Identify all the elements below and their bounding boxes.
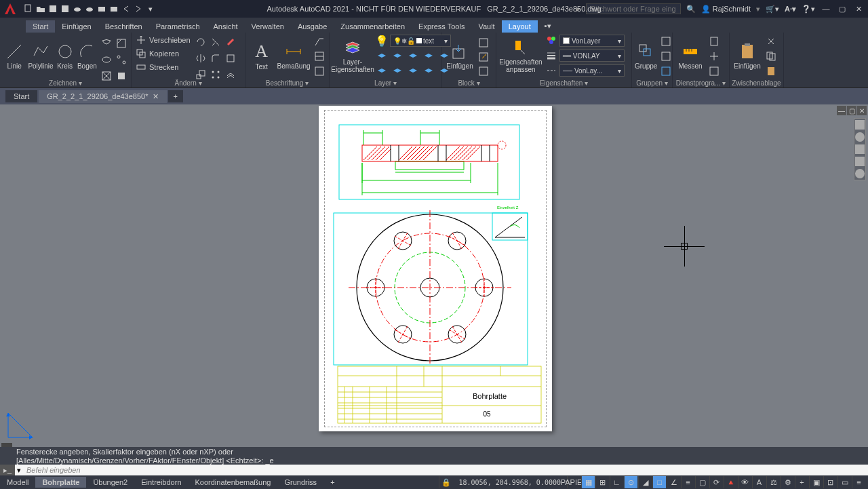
status-vpmax-icon[interactable]: ▣ (809, 476, 823, 488)
layout-bohrplatte[interactable]: Bohrplatte (35, 477, 86, 488)
tab-expresstools[interactable]: Express Tools (412, 20, 471, 33)
new-icon[interactable] (23, 3, 34, 14)
text-button[interactable]: AText (248, 34, 275, 77)
tab-beschriften[interactable]: Beschriften (98, 20, 149, 33)
saveas-icon[interactable] (60, 3, 71, 14)
ellipse-icon[interactable] (100, 53, 113, 66)
nav-home-icon[interactable] (855, 120, 865, 130)
tab-layout[interactable]: Layout (502, 20, 538, 33)
cart-icon[interactable]: 🛒▾ (766, 5, 779, 14)
status-clean-icon[interactable]: ▭ (837, 476, 851, 488)
status-scale-icon[interactable]: ⚖ (766, 476, 780, 488)
tab-extra-icon[interactable]: ▪▾ (538, 20, 558, 33)
tab-parametrisch[interactable]: Parametrisch (149, 20, 207, 33)
rotate-icon[interactable] (194, 35, 208, 49)
cleanscreen-icon[interactable] (707, 65, 721, 77)
user-menu[interactable]: 👤RajSchmidt (701, 5, 751, 14)
status-custom-icon[interactable]: ≡ (852, 476, 865, 488)
layer-thaw-icon[interactable] (406, 64, 420, 77)
layout-add[interactable]: + (323, 477, 341, 488)
layer-freeze-icon[interactable] (391, 49, 404, 62)
mirror-icon[interactable] (194, 52, 208, 65)
ungroup-icon[interactable] (659, 35, 673, 47)
lineweight-icon[interactable] (545, 49, 558, 62)
status-otrack-icon[interactable]: ∠ (667, 476, 680, 488)
move-button[interactable]: Verschieben (134, 34, 192, 46)
copy-button[interactable]: Kopieren (134, 47, 192, 60)
layer-unlock-icon[interactable] (422, 64, 435, 77)
lineweight-combo[interactable]: ━━ VONLAY▾ (559, 50, 625, 62)
circle-button[interactable]: Kreis (56, 34, 75, 77)
spline-icon[interactable] (115, 53, 128, 66)
paste-spec-icon[interactable] (764, 65, 778, 77)
group-sel-icon[interactable] (659, 65, 673, 77)
qat-more-icon[interactable]: ▾ (145, 3, 156, 14)
status-lwt-icon[interactable]: ≡ (681, 476, 694, 488)
erase-icon[interactable] (224, 35, 237, 49)
panel-zeichnen[interactable]: Zeichnen ▾ (0, 79, 131, 87)
print-icon[interactable] (108, 3, 119, 14)
nav-orbit-icon[interactable] (855, 169, 865, 178)
cut-icon[interactable] (764, 35, 778, 47)
layout-grundriss[interactable]: Grundriss (277, 477, 323, 488)
hatch-icon[interactable] (115, 37, 128, 50)
status-polar-icon[interactable]: ⊙ (624, 476, 637, 488)
filetab-current[interactable]: GR_2_2_1_29206_de43e850*✕ (39, 90, 166, 103)
select-icon[interactable] (707, 50, 721, 62)
status-annoscale-icon[interactable]: 🔺 (724, 476, 737, 488)
status-lock-icon[interactable]: 🔒 (439, 476, 452, 488)
line-button[interactable]: Linie (3, 34, 26, 77)
group-edit-icon[interactable] (659, 50, 673, 62)
panel-eigenschaften[interactable]: Eigenschaften ▾ (496, 79, 631, 87)
layout-modell[interactable]: Modell (0, 477, 35, 488)
layer-iso-icon[interactable] (375, 49, 389, 62)
filetab-start[interactable]: Start (5, 90, 37, 102)
linetype-icon[interactable] (545, 64, 558, 77)
tab-verwalten[interactable]: Verwalten (245, 20, 291, 33)
status-monitor-icon[interactable]: + (795, 476, 808, 488)
trim-icon[interactable] (209, 35, 222, 49)
status-hw-icon[interactable]: ⊡ (823, 476, 837, 488)
view-maximize-icon[interactable]: ▢ (847, 106, 856, 115)
maximize-button[interactable]: ▢ (837, 3, 848, 14)
tab-zusammenarbeiten[interactable]: Zusammenarbeiten (334, 20, 412, 33)
layer-lightbulb-icon[interactable]: 💡 (375, 34, 389, 47)
command-input[interactable]: Befehl eingeben (21, 466, 868, 474)
status-annovis-icon[interactable]: 👁 (738, 476, 751, 488)
panel-layer[interactable]: Layer ▾ (330, 79, 441, 87)
search-icon[interactable]: 🔍 (686, 5, 696, 14)
panel-gruppen[interactable]: Gruppen ▾ (632, 79, 672, 87)
group-button[interactable]: Gruppe (635, 34, 657, 77)
redo-icon[interactable] (133, 3, 144, 14)
layer-lock-icon[interactable] (406, 49, 420, 62)
layer-prev-icon[interactable] (375, 64, 389, 77)
cloud2-icon[interactable] (84, 3, 95, 14)
arc-button[interactable]: Bogen (77, 34, 98, 77)
app-logo[interactable] (0, 0, 20, 18)
linetype-combo[interactable]: ── VonLay...▾ (559, 64, 625, 77)
undo-icon[interactable] (121, 3, 132, 14)
tab-ausgabe[interactable]: Ausgabe (291, 20, 334, 33)
table-icon[interactable] (313, 50, 326, 62)
mtext-icon[interactable] (313, 65, 326, 77)
panel-beschriftung[interactable]: Beschriftung ▾ (245, 79, 329, 87)
status-ortho-icon[interactable]: ∟ (610, 476, 623, 488)
panel-aendern[interactable]: Ändern ▾ (132, 79, 245, 87)
status-ws-icon[interactable]: ⚙ (781, 476, 794, 488)
close-button[interactable]: ✕ (853, 3, 864, 14)
drawing-area[interactable]: — ▢ ✕ (0, 104, 868, 450)
layout-eintreibdorn[interactable]: Eintreibdorn (134, 477, 188, 488)
cloud-icon[interactable] (72, 3, 83, 14)
dimension-button[interactable]: Bemaßung (277, 34, 311, 77)
polyline-button[interactable]: Polylinie (28, 34, 53, 77)
close-tab-icon[interactable]: ✕ (153, 92, 159, 101)
matchprop-button[interactable]: Eigenschaften anpassen (499, 34, 542, 77)
layout-uebungen2[interactable]: Übungen2 (86, 477, 134, 488)
nav-pan-icon[interactable] (855, 144, 865, 154)
open-icon[interactable] (35, 3, 46, 14)
explode-icon[interactable] (224, 52, 237, 65)
nav-zoom-icon[interactable] (855, 157, 865, 166)
tab-vault[interactable]: Vault (471, 20, 501, 33)
status-cycle-icon[interactable]: ⟳ (709, 476, 723, 488)
block-attr-icon[interactable] (477, 66, 490, 77)
